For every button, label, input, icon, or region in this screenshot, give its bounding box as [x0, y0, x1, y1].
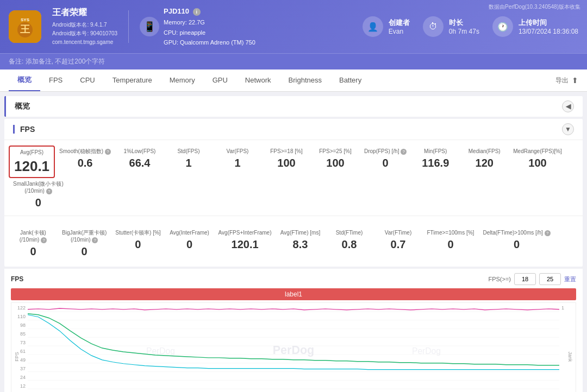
metric-label-delta-ftime: Delta(FTime)>100ms [/h] ?: [483, 229, 550, 236]
top-notice: 数据由PerfDog(10.3.240548)版本收集: [489, 3, 580, 11]
fps-collapse-btn[interactable]: ▼: [562, 123, 574, 135]
svg-text:王: 王: [20, 24, 30, 35]
metric-label-1plow: 1%Low(FPS): [124, 148, 156, 155]
metric-value-median-fps: 120: [476, 157, 494, 169]
metric-value-1plow: 66.4: [129, 157, 151, 169]
metric-jank: Jank(卡顿)(/10min) ? 0: [9, 227, 58, 260]
metrics-row1: Avg(FPS) 120.1 Smooth(稳帧指数) ? 0.6 1%Low(…: [4, 140, 583, 216]
overview-collapse-btn[interactable]: ◀: [562, 100, 574, 112]
metric-label-avg-ftime: Avg(FTime) [ms]: [280, 229, 320, 236]
metric-value-bigjank: 0: [82, 245, 88, 258]
game-title: 王者荣耀: [52, 7, 117, 18]
nav-item-network[interactable]: Network: [236, 71, 280, 91]
game-info: 王者荣耀 Android版本名: 9.4.1.7 Android版本号: 904…: [52, 7, 117, 47]
nav-item-memory[interactable]: Memory: [161, 71, 204, 91]
y-axis-label-fps: FPS: [14, 351, 20, 362]
metric-label-std-fps: Std(FPS): [177, 148, 199, 155]
oneplow-line: [28, 315, 559, 370]
nav-item-gpu[interactable]: GPU: [204, 71, 236, 91]
chart-title: FPS: [11, 275, 23, 283]
device-section: 📱 PJD110 i Memory: 22.7G CPU: pineapple …: [140, 5, 255, 48]
device-gpu: GPU: Qualcomm Adreno (TM) 750: [164, 37, 255, 48]
y-axis-label-jank: Jank: [567, 351, 573, 362]
metric-value-ftime-100ms: 0: [447, 238, 453, 251]
device-icon: 📱: [140, 17, 159, 36]
metric-label-fps-gte25: FPS>=25 [%]: [319, 148, 351, 155]
chart-header: FPS FPS(>=) 重置: [11, 273, 576, 285]
metric-label-ftime-100ms: FTime>=100ms [%]: [427, 229, 474, 236]
fps-section-header: FPS ▼: [4, 119, 583, 140]
creator-stat: 👤 创建者 Evan: [363, 16, 410, 37]
nav-item-brightness[interactable]: Brightness: [280, 71, 330, 91]
nav-item-cpu[interactable]: CPU: [71, 71, 103, 91]
svg-text:PerDog: PerDog: [412, 346, 441, 356]
nav-item-temperature[interactable]: Temperature: [104, 71, 161, 91]
export-label: 导出: [555, 76, 569, 85]
duration-info: 时长 0h 7m 47s: [449, 18, 479, 35]
chart-label-bar: label1: [11, 288, 576, 300]
threshold1-input[interactable]: [514, 273, 536, 285]
chart-container: FPS FPS(>=) 重置 label1 122110988573 61493…: [4, 269, 583, 392]
metric-value-smooth: 0.6: [78, 157, 93, 169]
svg-text:SYS: SYS: [21, 17, 30, 22]
metric-value-avg-fps-interframe: 120.1: [232, 238, 259, 251]
metrics-row2: Jank(卡顿)(/10min) ? 0 BigJank(严重卡顿)(/10mi…: [4, 223, 583, 262]
metric-label-avg-fps-interframe: Avg(FPS+InterFrame): [218, 229, 272, 236]
metric-avg-fps-interframe: Avg(FPS+InterFrame) 120.1: [214, 227, 276, 260]
metric-value-medrange-fps: 100: [528, 157, 546, 169]
duration-icon: ⏱: [423, 16, 444, 37]
metric-fps-gte18: FPS>=18 [%] 100: [262, 146, 311, 178]
upload-stat: 🕐 上传时间 13/07/2024 18:36:08: [492, 16, 578, 37]
metric-smooth: Smooth(稳帧指数) ? 0.6: [55, 146, 115, 178]
duration-label: 时长: [449, 18, 479, 28]
metric-label-min-fps: Min(FPS): [424, 148, 447, 155]
metric-value-std-ftime: 0.8: [342, 238, 357, 251]
overview-section-header: 概览 ◀: [4, 96, 583, 117]
chart-y-axis-right: 1 0: [559, 303, 576, 392]
metric-min-fps: Min(FPS) 116.9: [411, 146, 460, 178]
metric-var-ftime: Var(FTime) 0.7: [374, 227, 423, 260]
device-cpu: CPU: pineapple: [164, 28, 255, 38]
device-memory: Memory: 22.7G: [164, 17, 255, 28]
overview-title: 概览: [15, 102, 30, 111]
nav-item-battery[interactable]: Battery: [330, 71, 370, 91]
metric-value-std-fps: 1: [185, 157, 191, 169]
fps-section: FPS ▼ Avg(FPS) 120.1 Smooth(稳帧指数) ? 0.6 …: [4, 119, 583, 267]
metric-medrange-fps: MedRange(FPS)[%] 100: [509, 146, 566, 178]
metric-value-drop-fps: 0: [383, 157, 389, 169]
fps-line: [28, 308, 559, 310]
threshold2-input[interactable]: [539, 273, 561, 285]
upload-info: 上传时间 13/07/2024 18:36:08: [519, 18, 578, 35]
metric-value-smalljank: 0: [35, 197, 41, 209]
nav-bar: 概览 FPS CPU Temperature Memory GPU Networ…: [0, 69, 587, 92]
metric-1plow: 1%Low(FPS) 66.4: [115, 146, 164, 178]
metric-value-var-ftime: 0.7: [391, 238, 406, 251]
metric-std-fps: Std(FPS) 1: [164, 146, 213, 178]
metric-value-stutter: 0: [135, 238, 141, 251]
metric-label-avg-fps: Avg(FPS): [20, 149, 43, 156]
header-stats: 👤 创建者 Evan ⏱ 时长 0h 7m 47s 🕐 上传时间 13/07/2…: [363, 16, 578, 37]
chart-area: 122110988573 61493724120 FPS: [11, 302, 576, 392]
game-android-version: Android版本名: 9.4.1.7: [52, 21, 117, 29]
metric-label-bigjank: BigJank(严重卡顿)(/10min) ?: [62, 229, 107, 243]
metric-avg-interframe: Avg(InterFrame) 0: [165, 227, 214, 260]
metric-label-medrange-fps: MedRange(FPS)[%]: [513, 148, 561, 155]
metric-avg-fps: Avg(FPS) 120.1: [9, 146, 55, 178]
fps-threshold-controls: FPS(>=) 重置: [488, 273, 576, 285]
metric-value-jank: 0: [30, 245, 36, 258]
device-info: PJD110 i Memory: 22.7G CPU: pineapple GP…: [164, 5, 255, 48]
metric-label-fps-gte18: FPS>=18 [%]: [270, 148, 302, 155]
metric-label-var-ftime: Var(FTime): [385, 229, 411, 236]
metric-median-fps: Median(FPS) 120: [460, 146, 509, 178]
export-button[interactable]: 导出 ⬆: [555, 76, 578, 85]
metric-value-var-fps: 1: [234, 157, 240, 169]
metric-var-fps: Var(FPS) 1: [213, 146, 262, 178]
reset-button[interactable]: 重置: [564, 275, 576, 283]
metric-label-var-fps: Var(FPS): [227, 148, 249, 155]
game-icon: SYS 王: [9, 10, 41, 43]
nav-item-fps[interactable]: FPS: [40, 71, 71, 91]
app-header: SYS 王 王者荣耀 Android版本名: 9.4.1.7 Android版本…: [0, 0, 587, 53]
export-icon: ⬆: [572, 76, 578, 85]
metric-value-avg-interframe: 0: [186, 238, 192, 251]
nav-item-overview[interactable]: 概览: [9, 69, 40, 91]
